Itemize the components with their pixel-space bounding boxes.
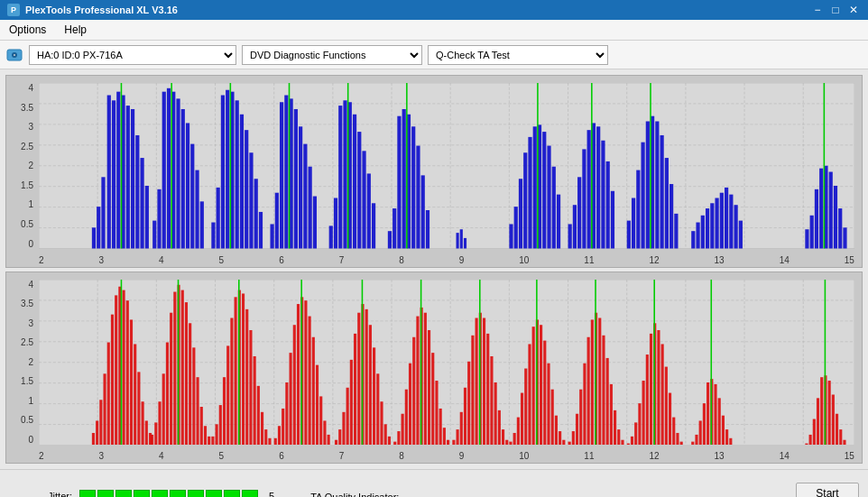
svg-rect-295 bbox=[513, 432, 516, 445]
close-button[interactable]: ✕ bbox=[846, 3, 861, 17]
svg-rect-260 bbox=[388, 436, 391, 445]
svg-rect-90 bbox=[416, 146, 420, 249]
svg-rect-185 bbox=[115, 295, 117, 445]
svg-rect-102 bbox=[523, 152, 527, 248]
svg-rect-204 bbox=[181, 290, 184, 445]
svg-rect-218 bbox=[230, 318, 233, 445]
svg-rect-225 bbox=[257, 385, 260, 445]
svg-rect-230 bbox=[274, 437, 277, 445]
svg-rect-57 bbox=[245, 130, 248, 248]
svg-rect-33 bbox=[92, 227, 96, 248]
svg-rect-123 bbox=[632, 198, 635, 248]
svg-rect-205 bbox=[185, 302, 188, 445]
svg-rect-59 bbox=[217, 188, 220, 249]
svg-rect-34 bbox=[97, 207, 100, 248]
jitter-seg-9 bbox=[224, 490, 240, 498]
menu-options[interactable]: Options bbox=[4, 22, 51, 38]
svg-rect-302 bbox=[540, 325, 542, 445]
svg-rect-335 bbox=[661, 344, 664, 445]
bottom-x-axis: 2 3 4 5 6 7 8 9 10 11 12 13 14 15 bbox=[39, 451, 854, 461]
svg-rect-356 bbox=[813, 419, 816, 445]
jitter-seg-6 bbox=[170, 490, 186, 498]
svg-rect-265 bbox=[405, 389, 408, 445]
drive-selector[interactable]: HA:0 ID:0 PX-716A bbox=[29, 45, 236, 65]
svg-rect-270 bbox=[424, 312, 427, 445]
svg-rect-131 bbox=[669, 184, 673, 248]
jitter-label: Jitter: bbox=[9, 491, 72, 498]
svg-rect-43 bbox=[176, 98, 180, 248]
svg-rect-251 bbox=[354, 333, 356, 445]
svg-rect-117 bbox=[596, 126, 600, 248]
svg-rect-27 bbox=[107, 96, 111, 249]
svg-rect-236 bbox=[297, 304, 300, 445]
svg-rect-198 bbox=[158, 401, 161, 445]
svg-rect-219 bbox=[235, 297, 237, 445]
svg-rect-241 bbox=[316, 364, 319, 445]
svg-rect-314 bbox=[583, 363, 586, 445]
svg-rect-252 bbox=[357, 312, 360, 445]
svg-rect-41 bbox=[167, 88, 171, 249]
svg-rect-364 bbox=[843, 439, 845, 445]
menu-help[interactable]: Help bbox=[59, 22, 92, 38]
svg-rect-307 bbox=[559, 431, 561, 445]
svg-rect-75 bbox=[338, 106, 342, 248]
svg-rect-113 bbox=[577, 177, 581, 248]
svg-rect-306 bbox=[555, 415, 558, 445]
app-title: PlexTools Professional XL V3.16 bbox=[25, 5, 178, 15]
svg-rect-222 bbox=[245, 308, 248, 445]
top-chart: 4 3.5 3 2.5 2 1.5 1 0.5 0 bbox=[5, 75, 863, 268]
title-bar[interactable]: P PlexTools Professional XL V3.16 − □ ✕ bbox=[0, 0, 868, 20]
svg-rect-242 bbox=[319, 396, 322, 445]
svg-rect-83 bbox=[367, 173, 371, 248]
svg-rect-210 bbox=[204, 426, 207, 445]
svg-rect-76 bbox=[343, 100, 346, 248]
svg-rect-298 bbox=[524, 368, 527, 445]
svg-rect-337 bbox=[669, 392, 671, 445]
svg-rect-37 bbox=[140, 158, 143, 248]
test-selector[interactable]: Q-Check TA Test bbox=[428, 45, 608, 65]
jitter-seg-4 bbox=[134, 490, 150, 498]
svg-rect-304 bbox=[547, 363, 549, 445]
svg-rect-284 bbox=[476, 318, 478, 445]
svg-rect-187 bbox=[123, 290, 125, 445]
svg-rect-363 bbox=[839, 429, 842, 445]
toolbar: HA:0 ID:0 PX-716A DVD Diagnostic Functio… bbox=[0, 41, 868, 69]
svg-rect-130 bbox=[665, 158, 669, 248]
svg-point-2 bbox=[14, 54, 15, 56]
title-bar-controls: − □ ✕ bbox=[810, 3, 861, 17]
svg-rect-129 bbox=[660, 135, 664, 249]
minimize-button[interactable]: − bbox=[810, 3, 825, 17]
svg-rect-135 bbox=[696, 223, 699, 249]
svg-rect-297 bbox=[521, 392, 523, 445]
svg-rect-44 bbox=[181, 109, 185, 249]
svg-rect-224 bbox=[254, 355, 256, 445]
svg-rect-147 bbox=[815, 189, 818, 249]
svg-rect-357 bbox=[817, 398, 819, 445]
svg-rect-324 bbox=[621, 439, 623, 445]
svg-rect-93 bbox=[421, 175, 425, 248]
maximize-button[interactable]: □ bbox=[828, 3, 843, 17]
svg-rect-315 bbox=[587, 336, 590, 445]
svg-rect-53 bbox=[226, 90, 229, 249]
svg-rect-202 bbox=[173, 291, 176, 445]
svg-rect-259 bbox=[384, 424, 387, 445]
top-chart-area bbox=[39, 83, 854, 249]
svg-rect-152 bbox=[838, 208, 842, 248]
svg-rect-267 bbox=[412, 336, 415, 445]
svg-rect-249 bbox=[346, 387, 349, 445]
svg-rect-320 bbox=[606, 357, 609, 445]
svg-rect-282 bbox=[467, 361, 470, 445]
jitter-row: Jitter: 5 bbox=[9, 490, 274, 498]
function-selector[interactable]: DVD Diagnostic Functions bbox=[242, 45, 422, 65]
svg-rect-151 bbox=[834, 186, 837, 249]
svg-rect-197 bbox=[154, 422, 157, 445]
svg-rect-240 bbox=[312, 336, 315, 445]
svg-rect-331 bbox=[646, 354, 649, 445]
svg-rect-266 bbox=[409, 363, 411, 445]
svg-rect-358 bbox=[820, 377, 823, 445]
svg-rect-132 bbox=[674, 214, 678, 249]
svg-rect-52 bbox=[221, 96, 225, 249]
svg-rect-291 bbox=[502, 429, 504, 445]
start-button[interactable]: Start bbox=[796, 483, 859, 498]
svg-rect-115 bbox=[587, 130, 591, 248]
